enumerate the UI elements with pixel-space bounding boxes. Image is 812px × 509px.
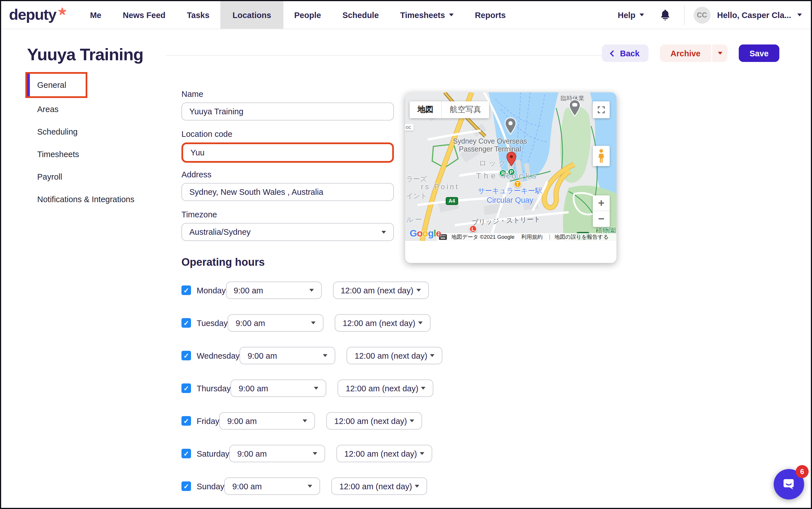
sidebar-item-areas[interactable]: Areas <box>25 98 173 121</box>
page-title: Yuuya Training <box>27 45 144 64</box>
map-label-rocks-en: The Rocks <box>476 171 539 180</box>
archive-dropdown-button[interactable] <box>712 44 727 62</box>
save-button[interactable]: Save <box>739 44 779 62</box>
chevron-down-icon <box>308 485 312 487</box>
saturday-end-select[interactable]: 12:00 am (next day) <box>336 445 432 462</box>
wednesday-checkbox[interactable]: ✓ <box>182 351 191 360</box>
chevron-down-icon[interactable] <box>798 13 802 16</box>
sidebar-item-timesheets[interactable]: Timesheets <box>25 143 173 166</box>
archive-button[interactable]: Archive <box>660 44 711 62</box>
zoom-out-button[interactable]: − <box>593 211 610 227</box>
transit-marker[interactable]: T <box>514 180 521 188</box>
timezone-field-group: Timezone Australia/Sydney <box>182 210 394 241</box>
google-logo[interactable]: Google <box>410 228 441 239</box>
divider <box>166 55 623 56</box>
satellite-view-button[interactable]: 航空写真 <box>441 101 489 118</box>
timezone-select[interactable]: Australia/Sydney <box>182 223 394 241</box>
chevron-down-icon <box>416 289 420 292</box>
thursday-checkbox[interactable]: ✓ <box>182 383 191 393</box>
nav-item-people[interactable]: People <box>283 1 332 29</box>
report-error-link[interactable]: 地図の誤りを報告する <box>555 233 608 241</box>
friday-start-select[interactable]: 9:00 am <box>219 412 315 430</box>
monday-end-select[interactable]: 12:00 am (next day) <box>333 281 429 299</box>
zoom-in-button[interactable]: + <box>593 195 610 211</box>
day-label: Tuesday <box>191 318 228 328</box>
tuesday-end-select[interactable]: 12:00 am (next day) <box>335 314 431 332</box>
sunday-checkbox[interactable]: ✓ <box>182 481 191 491</box>
day-label: Sunday <box>191 482 224 491</box>
friday-end-select[interactable]: 12:00 am (next day) <box>326 412 423 430</box>
sidebar-item-payroll[interactable]: Payroll <box>25 166 173 188</box>
divider <box>684 5 684 25</box>
map-view-button[interactable]: 地図 <box>410 101 441 118</box>
back-button[interactable]: Back <box>602 44 649 62</box>
thursday-end-select[interactable]: 12:00 am (next day) <box>338 379 434 397</box>
poi-pin-terminal[interactable] <box>504 117 517 135</box>
nav-item-locations[interactable]: Locations <box>220 1 283 29</box>
map-attribution: 地図データ ©2021 Google 利用規約 地図の誤りを報告する <box>437 233 617 241</box>
saturday-start-select[interactable]: 9:00 am <box>229 445 325 462</box>
wednesday-start-select[interactable]: 9:00 am <box>240 347 336 364</box>
wednesday-end-select[interactable]: 12:00 am (next day) <box>347 347 443 364</box>
nav-item-timesheets[interactable]: Timesheets <box>389 1 464 29</box>
terms-link[interactable]: 利用規約 <box>521 233 543 241</box>
route-shield-a4: A4 <box>446 197 458 205</box>
map-data-attribution: 地図データ ©2021 Google <box>451 233 514 241</box>
day-label: Wednesday <box>191 351 240 360</box>
chevron-down-icon <box>311 321 316 324</box>
day-label: Monday <box>191 286 226 295</box>
settings-sidebar: General Areas Scheduling Timesheets Payr… <box>25 72 173 211</box>
address-input[interactable]: Sydney, New South Wales , Australia <box>182 183 394 201</box>
fullscreen-button[interactable] <box>593 101 610 118</box>
tuesday-start-select[interactable]: 9:00 am <box>228 314 323 332</box>
chevron-down-icon <box>418 321 423 324</box>
operating-hours-row-wednesday: ✓ Wednesday 9:00 am 12:00 am (next day) <box>182 347 394 364</box>
notifications-bell-icon[interactable] <box>658 8 672 22</box>
chevron-down-icon <box>718 52 722 55</box>
app-window: deputy Me News Feed Tasks Locations Peop… <box>0 0 812 509</box>
operating-hours-row-monday: ✓ Monday 9:00 am 12:00 am (next day) <box>182 281 394 299</box>
archive-split-button: Archive <box>660 44 727 62</box>
sunday-start-select[interactable]: 9:00 am <box>224 477 320 495</box>
name-input[interactable]: Yuuya Training <box>182 102 394 121</box>
day-label: Friday <box>191 416 219 426</box>
tuesday-checkbox[interactable]: ✓ <box>182 318 191 328</box>
divider <box>550 234 550 240</box>
nav-item-reports[interactable]: Reports <box>464 1 517 29</box>
nav-item-news-feed[interactable]: News Feed <box>112 1 176 29</box>
nav-item-me[interactable]: Me <box>79 1 112 29</box>
help-menu[interactable]: Help <box>618 10 644 20</box>
check-icon: ✓ <box>183 450 189 457</box>
check-icon: ✓ <box>183 319 189 326</box>
deputy-logo[interactable]: deputy <box>9 1 67 29</box>
operating-hours-row-thursday: ✓ Thursday 9:00 am 12:00 am (next day) <box>182 379 394 397</box>
monday-start-select[interactable]: 9:00 am <box>226 281 321 299</box>
sidebar-item-notifications-integrations[interactable]: Notifications & Integrations <box>25 188 173 211</box>
avatar[interactable]: CC <box>693 6 710 23</box>
sunday-end-select[interactable]: 12:00 am (next day) <box>331 477 427 495</box>
nav-item-schedule[interactable]: Schedule <box>332 1 389 29</box>
location-code-input[interactable]: Yuu <box>182 142 394 163</box>
saturday-checkbox[interactable]: ✓ <box>182 449 191 458</box>
address-field-group: Address Sydney, New South Wales , Austra… <box>182 170 394 201</box>
street-view-pegman[interactable] <box>593 146 610 166</box>
chevron-down-icon <box>303 419 307 422</box>
poi-pin-closed[interactable] <box>569 99 581 117</box>
sidebar-item-general[interactable]: General <box>25 72 87 98</box>
zoom-control: + − <box>593 195 610 227</box>
operating-hours-row-friday: ✓ Friday 9:00 am 12:00 am (next day) <box>182 412 394 430</box>
location-pin[interactable] <box>506 151 517 167</box>
operating-hours-row-saturday: ✓ Saturday 9:00 am 12:00 am (next day) <box>182 445 394 462</box>
monday-checkbox[interactable]: ✓ <box>182 285 191 295</box>
map-label-point: rs Point <box>421 182 459 191</box>
chevron-down-icon <box>415 485 419 487</box>
name-field-group: Name Yuuya Training <box>182 90 394 121</box>
chevron-down-icon <box>449 13 453 16</box>
chevron-down-icon <box>314 387 319 389</box>
nav-item-tasks[interactable]: Tasks <box>176 1 220 29</box>
thursday-start-select[interactable]: 9:00 am <box>231 379 326 397</box>
timezone-label: Timezone <box>182 210 394 219</box>
google-map[interactable]: 地図 航空写真 + − <box>405 92 617 241</box>
friday-checkbox[interactable]: ✓ <box>182 416 191 426</box>
sidebar-item-scheduling[interactable]: Scheduling <box>25 121 173 143</box>
